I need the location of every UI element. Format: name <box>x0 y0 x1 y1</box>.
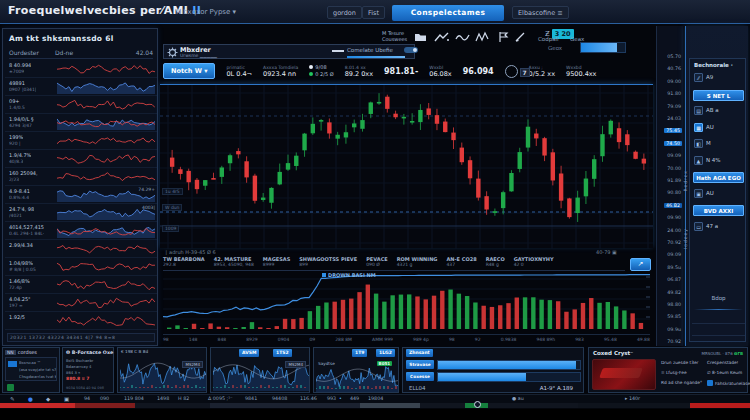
price-tick: 40.76 <box>667 66 681 71</box>
tab-fist[interactable]: Fist <box>362 6 385 19</box>
watchlist-row[interactable]: 1.9/4.7%40/8.3 <box>5 150 157 168</box>
chart-button[interactable]: 1T9 <box>352 349 367 357</box>
watchlist-row[interactable]: 199%920 | <box>5 132 157 150</box>
right-sidebar: Bechnorale · ⁄⁄A9S NET L▤AB a▦AU◧M▲N 4%H… <box>685 26 748 346</box>
exposure-panel: Zhnsant Stravase Coxesse ELL04 A1-9° A.1… <box>402 347 584 393</box>
record-icon[interactable]: ● <box>28 396 33 402</box>
subchart-action-button[interactable]: ↗ <box>630 258 651 271</box>
price-tick: 05.70 <box>667 54 681 59</box>
subchart-stat: PEVACE090 Ø <box>366 256 388 267</box>
divider <box>692 323 745 324</box>
sidebar-item-au[interactable]: ▦AU <box>694 123 743 136</box>
bar-label[interactable]: Stravase <box>406 360 434 369</box>
watchlist-row[interactable]: 1.46/8%72.4p <box>5 276 157 294</box>
scrubber-knob[interactable] <box>474 401 481 408</box>
wave2-icon[interactable] <box>474 31 490 43</box>
mini-chart-panel-1[interactable]: AVSM 1TS2 MS2M4 <box>210 347 310 393</box>
sidebar-item-n-4-[interactable]: ▲N 4% <box>694 156 743 169</box>
news-tab[interactable]: NN <box>5 350 16 355</box>
watchlist-row[interactable]: 1.04/98%# 8/8 | 0.05 <box>5 258 157 276</box>
sidebar-chip-s-net-l[interactable]: S NET L <box>693 90 744 101</box>
watchlist-row[interactable]: 09+1.4/0.5 <box>5 96 157 114</box>
sparkline <box>57 314 155 328</box>
time-tick: 983 <box>575 337 584 342</box>
geax-label[interactable]: Geax <box>570 36 584 42</box>
codpall-label[interactable]: Codpall <box>538 36 559 42</box>
tab-active[interactable]: Conspelectames <box>392 5 504 21</box>
watchlist-row[interactable]: 4.04.25°197 = <box>5 294 157 312</box>
axis-note: 1009 <box>162 225 179 232</box>
watchlist-row[interactable]: 498910907 |0341| <box>5 78 157 96</box>
price-tick: 09.00 <box>667 79 681 84</box>
news-title: cordses <box>18 349 37 355</box>
price-tick: 24.03 <box>667 116 681 121</box>
exposure-bar <box>437 372 581 382</box>
timeline-scrubber[interactable] <box>0 403 750 408</box>
chart-button[interactable]: AVSM <box>239 349 259 357</box>
tick-chart-panel[interactable]: € 198 C B 8d MS2M4 <box>117 347 207 393</box>
watchlist-row[interactable]: 2.99/4.34 <box>5 240 157 258</box>
lock-icon[interactable]: ▣ <box>64 396 69 402</box>
watchlist-row[interactable]: 4014,527,4150.4L 294-1 84L- <box>5 222 157 240</box>
price-tick: 98.80 <box>667 302 681 307</box>
mini-chart-panel-2[interactable]: 1T9 1LG2 Saydtse B051 <box>313 347 399 393</box>
gear-icon[interactable] <box>167 47 178 58</box>
price-chart[interactable] <box>160 84 653 248</box>
watchlist-row[interactable]: 1.94/0/L §4294 3/47 <box>5 114 157 132</box>
exposure-chip[interactable]: Zhnsant <box>406 349 433 357</box>
watchlist-row[interactable]: 4.9-8.410.8%:4.474.29+ <box>5 186 157 204</box>
taskbar-stat: • <box>339 396 342 401</box>
news-card[interactable]: Bssrscaa ™ (asa svayjate tat s7a Chsgdwa… <box>5 357 57 381</box>
pen-icon[interactable]: ✎ <box>10 396 15 402</box>
sidebar-item-ab-a[interactable]: ▤AB a <box>694 106 743 119</box>
sidebar-item-au[interactable]: ▣AU <box>694 189 743 202</box>
tab-elbascofine[interactable]: Elbascofine ≡ <box>512 6 569 19</box>
sidebar-chip-bvd-axxi[interactable]: BVD AXXI <box>693 205 744 216</box>
watchlist-panel: Am tkt shksmanssdo 6l OurdesterDd-ne42.0… <box>2 28 158 346</box>
watchlist-row[interactable]: 8 40.994±7009 <box>5 60 157 78</box>
correlate-toggle[interactable] <box>404 47 418 53</box>
bar-label[interactable]: Coxesse <box>406 372 434 381</box>
volume-plot <box>163 271 650 331</box>
price-tick: 90.80 <box>667 190 681 195</box>
watchlist-rows: 8 40.994±7009498910907 |0341|09+1.4/0.51… <box>5 60 157 330</box>
settings-item[interactable]: Fahskratunelase <box>707 380 750 386</box>
chart-button[interactable]: 1LG2 <box>376 349 395 357</box>
watchlist-row[interactable]: 1.92/5 <box>5 312 157 330</box>
sparkline <box>57 188 155 202</box>
folder-icon[interactable] <box>414 31 427 42</box>
crypto-meta: MRSOUBL · 876 ΘΓΒ <box>701 351 743 356</box>
chart-button[interactable]: 1TS2 <box>273 349 292 357</box>
watchlist-row[interactable]: 160 25094,2/23 <box>5 168 157 186</box>
subchart-header-right: 40-79 ▣ <box>596 249 617 255</box>
order-button[interactable]: Notch W ▾ <box>163 63 215 79</box>
brush-icon[interactable]: ◆ <box>46 396 50 402</box>
vertical-label: Redrcx <box>683 170 691 191</box>
trend-icon[interactable] <box>434 31 450 43</box>
time-axis: 981488488929090409288 8MAMM 999989 4p989… <box>163 334 650 342</box>
stats-row: Notch W ▾primatic0L 0.4¬Axxxa Tomdiela09… <box>163 60 653 82</box>
header-progress-bar <box>580 42 626 53</box>
sparkline <box>57 116 155 130</box>
alert-price-badge: 46.B2 <box>664 203 682 208</box>
stat-value: 8.01.4 xx89.2 0xx <box>345 64 373 78</box>
tab-gordon[interactable]: gordon <box>327 6 362 19</box>
crypto-thumbnail[interactable] <box>592 359 656 390</box>
wave-icon[interactable] <box>455 31 471 43</box>
sidebar-chip-hath-aga-ego[interactable]: Hath AGA EGO <box>693 172 744 183</box>
sidebar-item-m[interactable]: ◧M <box>694 139 743 152</box>
taskbar-stat: 9841 <box>245 396 257 401</box>
symbol-subname: Urwsme ▁▁▁▁▁ <box>180 53 217 58</box>
pen-icon[interactable] <box>514 31 528 43</box>
alert-value: 880.8 ¤ 7 <box>66 376 89 381</box>
sparkline <box>57 152 155 166</box>
titlebar: Froequelwelvecbies per⁄AMI II Nibxqxor P… <box>0 0 750 24</box>
flag-icon[interactable] <box>498 31 510 43</box>
crypto-panel: Coxed Cryst⁻ MRSOUBL · 876 ΘΓΒ Drun zues… <box>588 347 748 393</box>
watchlist-row[interactable]: 24.7'4, 98/40214003| <box>5 204 157 222</box>
sidebar-item-a9[interactable]: ⁄⁄A9 <box>694 73 743 86</box>
gauge-indicator: 7 <box>505 65 518 78</box>
sparkline <box>57 170 155 184</box>
measure-tool-label[interactable]: M TesureCouswees <box>382 30 407 42</box>
sidebar-item-47-a[interactable]: ▭47 a <box>694 222 743 235</box>
